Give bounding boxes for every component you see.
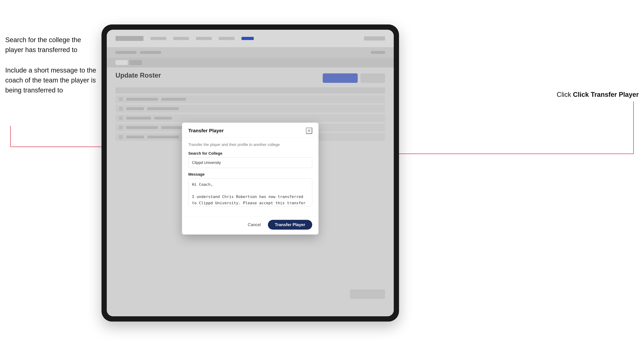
message-label: Message [188, 172, 312, 177]
transfer-player-button[interactable]: Transfer Player [268, 220, 312, 230]
message-form-group: Message [188, 172, 312, 207]
college-search-input[interactable] [188, 158, 312, 168]
modal-close-button[interactable]: × [306, 128, 312, 134]
annotation-click-label: Click Click Transfer Player [557, 91, 639, 98]
message-textarea[interactable] [188, 178, 312, 206]
cancel-button[interactable]: Cancel [244, 220, 264, 229]
transfer-player-modal: Transfer Player × Transfer the player an… [182, 123, 318, 234]
tablet-screen: Update Roster [107, 30, 394, 316]
modal-footer: Cancel Transfer Player [182, 216, 318, 234]
annotation-left: Search for the college the player has tr… [5, 35, 96, 106]
college-label: Search for College [188, 151, 312, 156]
modal-body: Transfer the player and their profile to… [182, 138, 318, 216]
annotation-text-message: Include a short message to the coach of … [5, 65, 96, 95]
college-form-group: Search for College [188, 151, 312, 168]
modal-subtitle: Transfer the player and their profile to… [188, 142, 312, 147]
annotation-text-search: Search for the college the player has tr… [5, 35, 96, 55]
annotation-right: Click Click Transfer Player [557, 91, 639, 98]
tablet-device: Update Roster [102, 24, 399, 322]
modal-title: Transfer Player [188, 128, 224, 134]
modal-header: Transfer Player × [182, 123, 318, 138]
